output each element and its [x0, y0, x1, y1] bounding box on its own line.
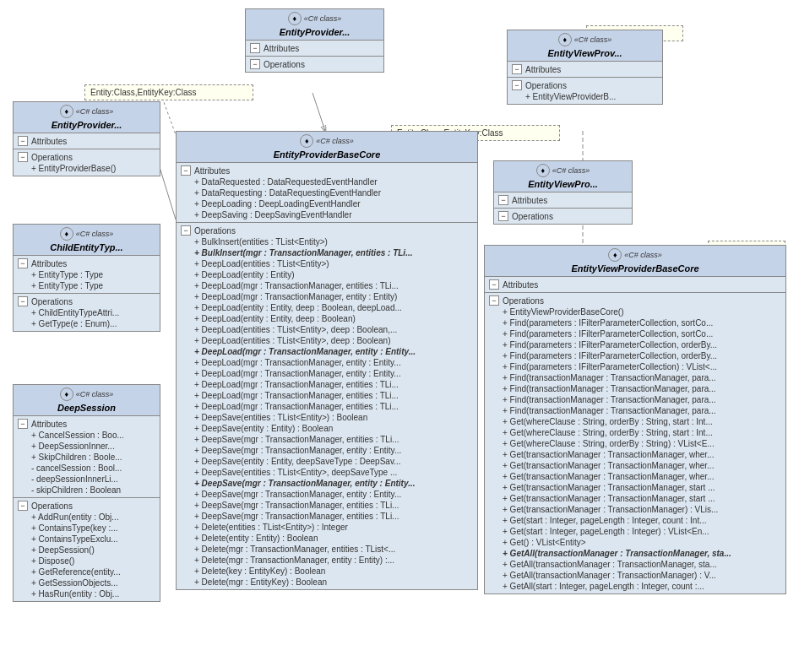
op-find-9: + Find(transactionManager : TransactionM…: [489, 405, 781, 416]
op-deep-save-6: + DeepSave(entities : TList<Entity>, dee…: [181, 467, 473, 478]
op-deep-load-2: + DeepLoad(entity : Entity): [181, 269, 473, 280]
class-header-entity-provider-small: ♦ «C# class» EntityProvider...: [14, 102, 160, 133]
class-entity-provider-top[interactable]: ♦ «C# class» EntityProvider... − Attribu…: [245, 8, 384, 73]
op-deep-load-10: + DeepLoad(mgr : TransactionManager, ent…: [181, 357, 473, 368]
op-get-7: + Get(transactionManager : TransactionMa…: [489, 482, 781, 493]
op-find-4: + Find(parameters : IFilterParameterColl…: [489, 350, 781, 361]
operations-section-provider-top[interactable]: − Operations: [246, 57, 383, 72]
op-child-entity-type-attri: + ChildEntityTypeAttri...: [18, 307, 155, 318]
op-deep-save-5: + DeepSave(entity : Entity, deepSaveType…: [181, 456, 473, 467]
attributes-section-base-core[interactable]: − Attributes + DataRequested : DataReque…: [177, 163, 477, 223]
toggle-operations-deep-session[interactable]: −: [18, 501, 28, 511]
op-get-5: + Get(transactionManager : TransactionMa…: [489, 460, 781, 471]
op-bulk-insert-2: + BulkInsert(mgr : TransactionManager, e…: [181, 247, 473, 258]
op-deep-load-14: + DeepLoad(mgr : TransactionManager, ent…: [181, 401, 473, 412]
toggle-attributes-view-base-core[interactable]: −: [489, 279, 499, 290]
op-deep-session-ctor: + DeepSession(): [18, 545, 155, 555]
attributes-section-deep-session[interactable]: − Attributes + CancelSession : Boo... + …: [14, 416, 160, 498]
attr-deep-loading: + DeepLoading : DeepLoadingEventHandler: [181, 198, 473, 209]
op-deep-load-4: + DeepLoad(mgr : TransactionManager, ent…: [181, 291, 473, 302]
op-deep-load-7: + DeepLoad(entities : TList<Entity>, dee…: [181, 324, 473, 335]
op-delete-4: + Delete(mgr : TransactionManager, entit…: [181, 555, 473, 566]
op-delete-5: + Delete(key : EntityKey) : Boolean: [181, 566, 473, 577]
op-deep-load-11: + DeepLoad(mgr : TransactionManager, ent…: [181, 368, 473, 379]
operations-section-view-prov-top[interactable]: − Operations + EntityViewProviderB...: [508, 78, 662, 104]
class-entity-view-prov-top[interactable]: ♦ «C# class» EntityViewProv... − Attribu…: [507, 30, 663, 105]
op-dispose: + Dispose(): [18, 555, 155, 566]
class-entity-provider-base-core[interactable]: ♦ «C# class» EntityProviderBaseCore − At…: [176, 131, 478, 590]
toggle-operations-provider-top[interactable]: −: [250, 59, 260, 69]
op-get-6: + Get(transactionManager : TransactionMa…: [489, 471, 781, 482]
toggle-operations-view-pro-mid[interactable]: −: [498, 211, 508, 221]
class-name-child-entity-typ: ChildEntityTyp...: [18, 242, 155, 252]
toggle-attributes-view-prov-top[interactable]: −: [512, 64, 522, 74]
op-get-11: + Get(start : Integer, pageLength : Inte…: [489, 526, 781, 537]
attr-deep-session-inner: + DeepSessionInner...: [18, 441, 155, 452]
note-entity-class-1: Entity:Class,EntityKey:Class: [84, 84, 253, 100]
op-get-12: + Get() : VList<Entity>: [489, 537, 781, 548]
op-deep-save-7: + DeepSave(mgr : TransactionManager, ent…: [181, 478, 473, 489]
toggle-operations-base-core[interactable]: −: [181, 225, 191, 236]
toggle-operations-provider-small[interactable]: −: [18, 152, 28, 162]
attributes-section-child-entity[interactable]: − Attributes + EntityType : Type + Entit…: [14, 256, 160, 294]
attr-entity-type-2: + EntityType : Type: [18, 280, 155, 291]
op-deep-load-1: + DeepLoad(entities : TList<Entity>): [181, 258, 473, 269]
svg-line-0: [312, 93, 325, 131]
class-entity-view-pro-mid[interactable]: ♦ «C# class» EntityViewPro... − Attribut…: [493, 160, 633, 225]
operations-section-view-base-core[interactable]: − Operations + EntityViewProviderBaseCor…: [485, 293, 785, 593]
op-get-4: + Get(transactionManager : TransactionMa…: [489, 449, 781, 460]
op-contains-type: + ContainsType(key :...: [18, 523, 155, 534]
class-header-entity-provider-top: ♦ «C# class» EntityProvider...: [246, 9, 383, 41]
class-name-base-core: EntityProviderBaseCore: [181, 149, 473, 160]
attributes-section-view-pro-mid[interactable]: − Attributes: [494, 192, 632, 209]
op-get-1: + Get(whereClause : String, orderBy : St…: [489, 416, 781, 427]
class-entity-provider-small[interactable]: ♦ «C# class» EntityProvider... − Attribu…: [13, 101, 160, 176]
op-entity-view-provider-base-core-ctor: + EntityViewProviderBaseCore(): [489, 306, 781, 317]
attr-data-requesting: + DataRequesting : DataRequestingEventHa…: [181, 187, 473, 198]
toggle-operations-view-base-core[interactable]: −: [489, 295, 499, 306]
toggle-operations-view-prov-top[interactable]: −: [512, 80, 522, 90]
op-delete-1: + Delete(entities : TList<Entity>) : Int…: [181, 522, 473, 533]
class-icon-view-base-core: ♦: [608, 248, 622, 262]
attr-skip-children-priv: - skipChildren : Boolean: [18, 485, 155, 496]
toggle-attributes-deep-session[interactable]: −: [18, 419, 28, 429]
op-bulk-insert-1: + BulkInsert(entities : TList<Entity>): [181, 236, 473, 247]
class-name-entity-provider-top: EntityProvider...: [250, 27, 379, 37]
attributes-section-provider-top[interactable]: − Attributes: [246, 41, 383, 57]
class-entity-view-provider-base-core[interactable]: ♦ «C# class» EntityViewProviderBaseCore …: [484, 245, 786, 594]
op-get-3: + Get(whereClause : String, orderBy : St…: [489, 438, 781, 449]
operations-section-child-entity[interactable]: − Operations + ChildEntityTypeAttri... +…: [14, 294, 160, 331]
toggle-attributes-child-entity[interactable]: −: [18, 258, 28, 268]
op-find-3: + Find(parameters : IFilterParameterColl…: [489, 339, 781, 350]
op-deep-save-2: + DeepSave(entity : Entity) : Boolean: [181, 423, 473, 434]
op-entity-view-provider-b: + EntityViewProviderB...: [512, 91, 658, 102]
toggle-attributes-provider-small[interactable]: −: [18, 136, 28, 146]
class-deep-session[interactable]: ♦ «C# class» DeepSession − Attributes + …: [13, 384, 160, 602]
op-deep-load-13: + DeepLoad(mgr : TransactionManager, ent…: [181, 390, 473, 401]
op-get-10: + Get(start : Integer, pageLength : Inte…: [489, 515, 781, 526]
class-name-deep-session: DeepSession: [18, 403, 155, 413]
toggle-attributes-provider-top[interactable]: −: [250, 43, 260, 53]
toggle-operations-child-entity[interactable]: −: [18, 296, 28, 306]
attributes-section-view-base-core[interactable]: − Attributes: [485, 277, 785, 293]
operations-section-base-core[interactable]: − Operations + BulkInsert(entities : TLi…: [177, 223, 477, 589]
operations-section-view-pro-mid[interactable]: − Operations: [494, 209, 632, 224]
op-deep-load-12: + DeepLoad(mgr : TransactionManager, ent…: [181, 379, 473, 390]
operations-section-deep-session[interactable]: − Operations + AddRun(entity : Obj... + …: [14, 498, 160, 601]
attr-cancel-session: + CancelSession : Boo...: [18, 430, 155, 441]
op-find-5: + Find(parameters : IFilterParameterColl…: [489, 361, 781, 372]
op-deep-load-6: + DeepLoad(entity : Entity, deep : Boole…: [181, 313, 473, 324]
toggle-attributes-view-pro-mid[interactable]: −: [498, 195, 508, 205]
op-find-7: + Find(transactionManager : TransactionM…: [489, 383, 781, 394]
op-add-run: + AddRun(entity : Obj...: [18, 512, 155, 523]
attr-deep-session-inner-li: - deepSessionInnerLi...: [18, 474, 155, 485]
class-child-entity-typ[interactable]: ♦ «C# class» ChildEntityTyp... − Attribu…: [13, 224, 160, 332]
diagram-container: Entity:Class,EntityKey:Class Entity:Clas…: [0, 0, 788, 672]
attributes-section-provider-small[interactable]: − Attributes: [14, 133, 160, 149]
op-find-8: + Find(transactionManager : TransactionM…: [489, 394, 781, 405]
op-deep-save-9: + DeepSave(mgr : TransactionManager, ent…: [181, 500, 473, 511]
toggle-attributes-base-core[interactable]: −: [181, 165, 191, 176]
operations-section-provider-small[interactable]: − Operations + EntityProviderBase(): [14, 149, 160, 176]
attr-data-requested: + DataRequested : DataRequestedEventHand…: [181, 176, 473, 187]
attributes-section-view-prov-top[interactable]: − Attributes: [508, 62, 662, 78]
